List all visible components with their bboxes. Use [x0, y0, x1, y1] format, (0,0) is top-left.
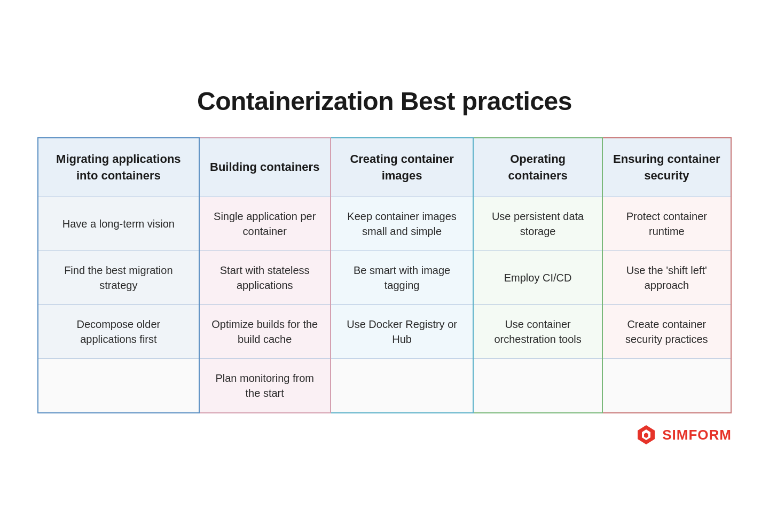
header-col-2: Building containers — [199, 138, 331, 197]
cell-2-4: Employ CI/CD — [473, 251, 602, 305]
cell-3-2: Optimize builds for the build cache — [199, 305, 331, 359]
header-col-4: Operating containers — [473, 138, 602, 197]
cell-2-5: Use the 'shift left' approach — [602, 251, 731, 305]
header-col-5: Ensuring container security — [602, 138, 731, 197]
simform-logo-text: SIMFORM — [662, 427, 732, 443]
cell-1-3: Keep container images small and simple — [331, 197, 474, 251]
cell-3-1: Decompose older applications first — [38, 305, 199, 359]
table-row: Plan monitoring from the start — [38, 359, 731, 413]
cell-3-5: Create container security practices — [602, 305, 731, 359]
simform-logo-icon — [635, 424, 657, 445]
cell-2-1: Find the best migration strategy — [38, 251, 199, 305]
table-row: Have a long-term vision Single applicati… — [38, 197, 731, 251]
logo-area: SIMFORM — [37, 424, 732, 445]
header-col-3: Creating container images — [331, 138, 474, 197]
cell-4-2: Plan monitoring from the start — [199, 359, 331, 413]
table-row: Find the best migration strategy Start w… — [38, 251, 731, 305]
page-title: Containerization Best practices — [37, 87, 732, 116]
cell-2-3: Be smart with image tagging — [331, 251, 474, 305]
table-header-row: Migrating applications into containers B… — [38, 138, 731, 197]
cell-4-5 — [602, 359, 731, 413]
cell-1-5: Protect container runtime — [602, 197, 731, 251]
cell-2-2: Start with stateless applications — [199, 251, 331, 305]
table-row: Decompose older applications first Optim… — [38, 305, 731, 359]
cell-3-4: Use container orchestration tools — [473, 305, 602, 359]
header-col-1: Migrating applications into containers — [38, 138, 199, 197]
best-practices-table: Migrating applications into containers B… — [37, 137, 732, 414]
cell-4-3 — [331, 359, 474, 413]
cell-4-4 — [473, 359, 602, 413]
cell-1-4: Use persistent data storage — [473, 197, 602, 251]
cell-1-2: Single application per container — [199, 197, 331, 251]
cell-3-3: Use Docker Registry or Hub — [331, 305, 474, 359]
cell-4-1 — [38, 359, 199, 413]
cell-1-1: Have a long-term vision — [38, 197, 199, 251]
